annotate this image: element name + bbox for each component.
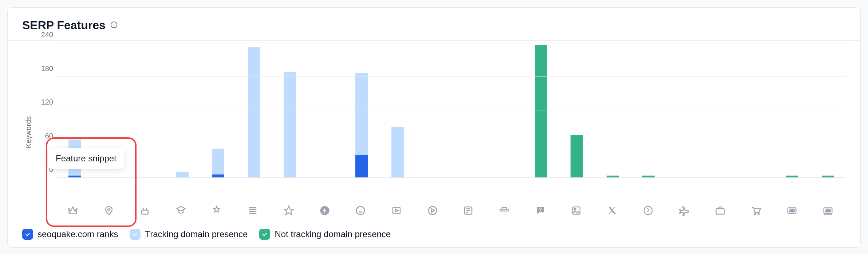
twitter-icon[interactable] [594, 200, 630, 221]
svg-text:AD: AD [825, 209, 830, 213]
bar-slot[interactable] [380, 43, 416, 178]
y-tick: 120 [41, 98, 53, 106]
svg-marker-19 [431, 209, 434, 212]
y-tick: 240 [41, 31, 53, 39]
featured-snippet-icon[interactable] [55, 200, 91, 221]
legend-label-tracking: Tracking domain presence [145, 229, 248, 239]
bar-slot[interactable] [774, 43, 810, 178]
legend-label-not-tracking: Not tracking domain presence [275, 229, 391, 239]
divider [8, 40, 860, 41]
gridline [57, 177, 846, 178]
top-stories-icon[interactable] [271, 200, 307, 221]
bar-stack [284, 72, 296, 178]
bar-slot[interactable] [810, 43, 846, 178]
reviews-icon[interactable] [163, 200, 199, 221]
bar-segment [535, 45, 547, 178]
bar-segment [571, 135, 583, 178]
faq-icon[interactable] [630, 200, 666, 221]
bar-slot[interactable] [272, 43, 308, 178]
bar-slot[interactable] [702, 43, 738, 178]
gridline [57, 43, 846, 43]
chart: Keywords 060120180240 Feature snippet [22, 43, 846, 200]
svg-rect-27 [573, 207, 580, 214]
ads-top-icon[interactable]: AD [774, 200, 810, 221]
card-title: SERP Features [22, 19, 106, 32]
bar-slot[interactable] [415, 43, 451, 178]
svg-point-18 [428, 207, 437, 215]
bar-segment [355, 73, 368, 155]
svg-text:AD: AD [789, 209, 794, 213]
bar-slot[interactable] [451, 43, 488, 178]
video-carousel-icon[interactable] [414, 200, 450, 221]
svg-text:?: ? [539, 207, 542, 212]
legend-chip-tracking [130, 229, 141, 240]
bar-slot[interactable] [165, 43, 201, 178]
svg-point-3 [108, 208, 110, 211]
svg-point-28 [574, 208, 576, 210]
ads-bottom-icon[interactable]: AD [810, 200, 846, 221]
bar-stack [535, 45, 547, 178]
svg-point-33 [758, 213, 760, 215]
bar-slot[interactable] [595, 43, 631, 178]
image-pack-icon[interactable] [558, 200, 594, 221]
bar-slot[interactable] [344, 43, 380, 178]
legend-item-not-tracking[interactable]: Not tracking domain presence [259, 229, 391, 240]
bars-container [57, 43, 846, 178]
legend-item-tracking[interactable]: Tracking domain presence [130, 229, 248, 240]
jobs-icon[interactable] [702, 200, 738, 221]
instant-answer-icon[interactable]: ? [522, 200, 559, 221]
bar-segment [212, 149, 224, 174]
bar-segment [284, 72, 296, 178]
carousel-icon[interactable] [343, 200, 379, 221]
local-pack-icon[interactable] [91, 200, 127, 221]
news-icon[interactable] [450, 200, 486, 221]
video-icon[interactable] [379, 200, 415, 221]
svg-rect-4 [142, 210, 148, 214]
serp-features-card: SERP Features Keywords 060120180240 Feat… [7, 7, 861, 248]
svg-rect-25 [502, 207, 507, 209]
gridline [57, 76, 846, 77]
y-tick: 60 [45, 132, 53, 140]
svg-point-32 [754, 213, 756, 215]
svg-marker-17 [395, 209, 398, 212]
tooltip: Feature snippet [48, 148, 125, 169]
bar-slot[interactable] [667, 43, 703, 178]
gridline [57, 144, 846, 144]
bar-stack [571, 135, 583, 178]
recipe-icon[interactable] [486, 200, 522, 221]
bar-slot[interactable] [631, 43, 667, 178]
plot-area: Feature snippet [57, 43, 846, 178]
svg-marker-13 [284, 206, 293, 215]
bar-slot[interactable] [129, 43, 165, 178]
bar-slot[interactable] [559, 43, 595, 178]
knowledge-panel-icon[interactable] [199, 200, 235, 221]
legend: seoquake.com ranks Tracking domain prese… [22, 229, 846, 240]
svg-point-2 [114, 23, 114, 24]
svg-rect-31 [716, 209, 724, 214]
y-tick: 180 [41, 64, 53, 72]
bar-slot[interactable] [308, 43, 344, 178]
shopping-icon[interactable] [738, 200, 774, 221]
bar-segment [391, 127, 404, 178]
bar-stack [248, 47, 260, 178]
bar-slot[interactable] [487, 43, 523, 178]
legend-item-ranks[interactable]: seoquake.com ranks [22, 229, 118, 240]
legend-label-ranks: seoquake.com ranks [38, 229, 118, 239]
sitelinks-icon[interactable] [235, 200, 271, 221]
svg-point-30 [648, 212, 649, 213]
card-header: SERP Features [22, 19, 846, 32]
bar-stack [212, 149, 224, 178]
bar-slot[interactable] [523, 43, 559, 178]
bar-slot[interactable] [738, 43, 774, 178]
amp-icon[interactable] [307, 200, 343, 221]
flights-icon[interactable] [666, 200, 702, 221]
info-icon[interactable] [110, 21, 118, 30]
gridline [57, 110, 846, 110]
ai-overview-icon[interactable] [127, 200, 163, 221]
bar-segment [176, 172, 189, 178]
bar-segment [355, 155, 368, 178]
bar-slot[interactable] [200, 43, 236, 178]
legend-chip-not-tracking [259, 229, 270, 240]
svg-point-15 [356, 207, 365, 215]
bar-slot[interactable] [236, 43, 272, 178]
